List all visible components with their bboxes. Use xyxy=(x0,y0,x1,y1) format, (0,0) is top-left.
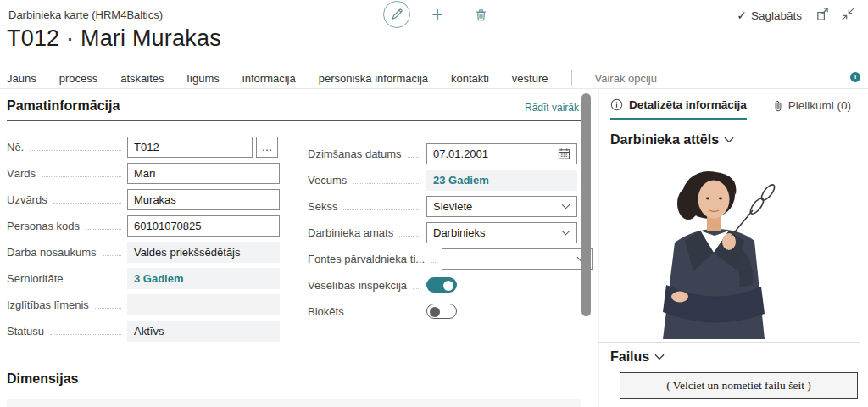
collapse-view-button[interactable] xyxy=(841,8,856,23)
dotted-leader xyxy=(30,143,121,151)
tab-label: Pielikumi (0) xyxy=(788,99,851,112)
ribbon-item-informacija[interactable]: informācija xyxy=(242,72,296,85)
blokets-toggle[interactable] xyxy=(426,304,457,319)
ribbon-item-process[interactable]: process xyxy=(59,72,98,85)
check-icon: ✓ xyxy=(737,8,747,22)
darbinieka-amats-value: Darbinieks xyxy=(433,226,485,239)
delete-button[interactable] xyxy=(470,4,491,25)
pencil-icon xyxy=(390,8,403,21)
dzimsanas-datums-value: 07.01.2001 xyxy=(433,148,488,160)
sekss-dropdown[interactable]: Sieviete xyxy=(426,196,577,217)
factbox-horizontal-divider xyxy=(598,342,860,343)
section-pamatinformacija-header: Pamatinformācija Rādīt vairāk xyxy=(7,98,581,121)
field-row-no: Nē. T012 … xyxy=(7,136,280,158)
field-label: Statusu xyxy=(7,325,44,337)
field-label: Fontes pārvaldnieka ti... xyxy=(308,253,425,265)
dotted-leader xyxy=(343,203,420,210)
dotted-leader xyxy=(399,229,420,237)
new-record-button[interactable]: + xyxy=(426,3,448,25)
field-row-senioritate: Sernioritāte 3 Gadiem xyxy=(7,267,280,289)
employee-card-page: Darbinieka karte (HRM4Baltics) T012 · Ma… xyxy=(0,0,868,407)
field-row-veselibas-inspekcija: Veselības inspekcija xyxy=(308,274,577,296)
dzimsanas-datums-input[interactable]: 07.01.2001 xyxy=(426,143,577,164)
info-dot-icon[interactable]: i xyxy=(850,72,860,82)
ribbon-item-jauns[interactable]: Jauns xyxy=(7,72,36,85)
dotted-leader xyxy=(53,196,121,204)
tab-detalizeta-informacija[interactable]: Detalizēta informācija xyxy=(610,98,747,120)
ribbon-item-personiska-informacija[interactable]: personiskā informācija xyxy=(319,72,428,85)
field-row-dzimsanas-datums: Dzimšanas datums 07.01.2001 xyxy=(308,142,577,164)
factbox-tabs: Detalizēta informācija Pielikumi (0) xyxy=(610,98,851,120)
vards-value: Mari xyxy=(134,167,155,180)
paperclip-icon xyxy=(774,99,782,113)
fields-middle-column: Dzimšanas datums 07.01.2001 Vecums 23 Ga… xyxy=(308,142,577,326)
field-row-sekss: Sekss Sieviete xyxy=(308,195,577,217)
ellipsis-icon: … xyxy=(262,141,273,153)
personas-kods-input[interactable]: 60101070825 xyxy=(127,215,280,237)
no-input[interactable]: T012 xyxy=(127,137,253,158)
field-label: Personas kods xyxy=(7,220,80,232)
dotted-leader xyxy=(408,150,420,158)
files-section-title: Failus xyxy=(610,349,649,365)
vertical-scrollbar[interactable] xyxy=(581,93,591,316)
ribbon-item-vesture[interactable]: vēsture xyxy=(512,72,548,85)
section-title: Pamatinformācija xyxy=(7,98,581,114)
chevron-down-icon xyxy=(561,230,570,236)
field-label: Sernioritāte xyxy=(7,272,63,285)
show-more-link[interactable]: Rādīt vairāk xyxy=(525,102,579,114)
vecums-readonly[interactable]: 23 Gadiem xyxy=(426,170,577,191)
darbinieka-amats-dropdown[interactable]: Darbinieks xyxy=(426,222,577,243)
field-label: Vecums xyxy=(308,174,347,187)
trash-icon xyxy=(474,7,488,22)
dotted-leader xyxy=(42,170,121,177)
dotted-leader xyxy=(50,327,121,335)
ribbon-separator xyxy=(571,70,572,86)
page-title: T012 · Mari Murakas xyxy=(7,25,221,52)
popout-icon xyxy=(815,8,831,22)
action-ribbon: Jauns process atskaites līgums informāci… xyxy=(7,70,657,86)
dimensijas-row-partial xyxy=(7,399,581,407)
files-section-header[interactable]: Failus xyxy=(610,349,665,365)
field-label: Darba nosaukums xyxy=(7,246,97,259)
collapse-icon xyxy=(841,8,856,21)
chevron-down-icon xyxy=(654,354,665,360)
fontes-parvaldnieka-dropdown[interactable] xyxy=(442,248,593,270)
dotted-leader xyxy=(69,275,121,282)
section-title: Dimensijas xyxy=(7,371,581,387)
dotted-leader xyxy=(95,301,121,309)
field-label: Nē. xyxy=(7,141,24,153)
chevron-down-icon xyxy=(724,137,734,143)
plus-icon: + xyxy=(431,3,442,26)
uzvards-input[interactable]: Murakas xyxy=(127,189,280,210)
field-label: Dzimšanas datums xyxy=(308,148,402,160)
edit-button[interactable] xyxy=(383,1,410,28)
dotted-leader xyxy=(353,176,420,184)
field-label: Vārds xyxy=(7,167,36,180)
field-label: Veselības inspekcija xyxy=(308,279,407,292)
factbox-left-divider xyxy=(598,90,599,407)
ribbon-item-atskaites[interactable]: atskaites xyxy=(120,72,164,85)
tab-label: Detalizēta informācija xyxy=(629,98,747,111)
field-row-vards: Vārds Mari xyxy=(7,162,280,184)
section-dimensijas-header: Dimensijas xyxy=(7,371,581,393)
field-row-blokets: Blokēts xyxy=(308,300,577,322)
vards-input[interactable]: Mari xyxy=(127,163,280,184)
field-row-personas-kods: Personas kods 60101070825 xyxy=(7,215,280,237)
save-status: ✓ Saglabāts xyxy=(737,8,802,22)
senioritate-readonly[interactable]: 3 Gadiem xyxy=(127,268,280,289)
open-in-new-window-button[interactable] xyxy=(815,8,831,23)
statusu-value: Aktīvs xyxy=(134,325,164,337)
field-label: Uzvārds xyxy=(7,193,47,206)
ribbon-item-ligums[interactable]: līgums xyxy=(187,72,220,85)
lookup-ellipsis-button[interactable]: … xyxy=(256,137,278,158)
calendar-icon[interactable] xyxy=(558,148,570,160)
photo-section-header[interactable]: Darbinieka attēls xyxy=(610,132,734,148)
veselibas-inspekcija-toggle[interactable] xyxy=(426,277,457,293)
tab-pielikumi[interactable]: Pielikumi (0) xyxy=(774,98,851,120)
ribbon-item-kontakti[interactable]: kontakti xyxy=(451,72,489,85)
file-dropzone[interactable]: ( Velciet un nometiet failu šeit ) xyxy=(620,372,858,399)
sekss-value: Sieviete xyxy=(433,200,472,213)
breadcrumb[interactable]: Darbinieka karte (HRM4Baltics) xyxy=(8,8,163,21)
ribbon-more-options[interactable]: Vairāk opciju xyxy=(595,72,657,85)
dotted-leader xyxy=(86,222,121,230)
